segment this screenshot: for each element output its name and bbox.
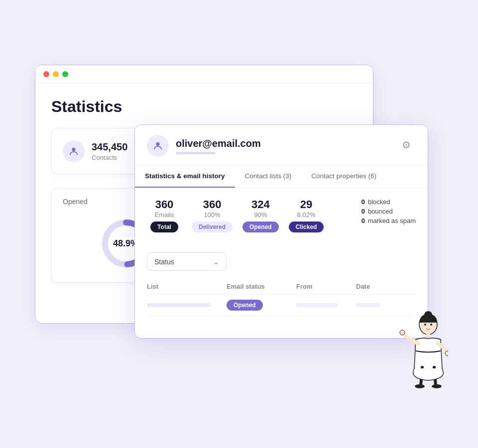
spam-number: 0: [361, 217, 365, 224]
table-header: List Email status From Date: [147, 279, 416, 295]
svg-point-14: [415, 384, 425, 388]
svg-point-6: [156, 142, 159, 146]
table-cell-date: [356, 303, 396, 307]
chevron-down-icon: ⌄: [213, 257, 219, 266]
character-illustration: [388, 309, 448, 388]
stat-delivered: 360 100% Delivered: [192, 198, 233, 232]
contacts-number: 345,450: [92, 141, 127, 153]
delivered-number-2: 360: [203, 198, 222, 211]
email-stats-row: 360 Emails Total 360 100% Delivered 324 …: [147, 198, 416, 232]
svg-point-0: [72, 147, 75, 151]
contact-email: oliver@email.com: [176, 138, 261, 149]
list-placeholder: [147, 303, 211, 307]
clicked-badge[interactable]: Clicked: [289, 222, 324, 232]
total-number: 360: [155, 198, 174, 211]
contact-avatar: [147, 135, 169, 157]
svg-point-9: [424, 324, 426, 326]
maximize-dot[interactable]: [62, 71, 68, 77]
person-icon: [63, 140, 85, 162]
bounced-label: bounced: [368, 208, 393, 215]
status-filter-section: Status ⌄: [147, 252, 416, 271]
contact-detail-window: oliver@email.com ⚙ Statistics & email hi…: [134, 124, 428, 338]
opened-number: 324: [251, 198, 270, 211]
delivered-percent: 100%: [204, 211, 220, 219]
clicked-number: 29: [300, 198, 312, 211]
opened-badge[interactable]: Opened: [242, 222, 279, 232]
blocked-number: 0: [361, 198, 365, 206]
email-stats-section: 360 Emails Total 360 100% Delivered 324 …: [135, 188, 428, 252]
status-label: Status: [154, 258, 174, 266]
spam-label: marked as spam: [368, 217, 416, 224]
table-cell-from: [296, 303, 356, 307]
date-placeholder: [356, 303, 380, 307]
titlebar: [35, 65, 373, 84]
stat-card-contacts: 345,450 Contacts: [51, 128, 142, 174]
table-cell-status: Opened: [227, 300, 296, 311]
stat-clicked: 29 8.02% Clicked: [289, 198, 324, 232]
contact-info: oliver@email.com: [147, 135, 261, 157]
scene: Statistics 345,450 Contacts: [35, 45, 443, 403]
col-header-from: From: [296, 283, 356, 290]
from-placeholder: [296, 303, 338, 307]
bounced-stat: 0 bounced: [361, 208, 416, 215]
blocked-label: blocked: [368, 198, 390, 206]
svg-point-15: [432, 384, 442, 388]
status-dropdown[interactable]: Status ⌄: [147, 252, 227, 271]
contact-subtitle-bar: [176, 152, 216, 154]
email-history-table: List Email status From Date Opened: [147, 279, 416, 316]
svg-point-13: [445, 351, 448, 356]
tab-contact-properties[interactable]: Contact properties (6): [301, 165, 386, 188]
clicked-percent: 8.02%: [297, 211, 316, 219]
total-badge[interactable]: Total: [150, 222, 178, 232]
opened-percent: 90%: [254, 211, 267, 219]
status-opened-badge: Opened: [227, 300, 263, 311]
side-stats: 0 blocked 0 bounced 0 marked as spam: [361, 198, 416, 232]
bounced-number: 0: [361, 208, 365, 215]
col-header-date: Date: [356, 283, 396, 290]
tab-statistics-email-history[interactable]: Statistics & email history: [135, 165, 235, 188]
settings-icon[interactable]: ⚙: [402, 139, 416, 153]
table-row: Opened: [147, 295, 416, 316]
close-dot[interactable]: [43, 71, 49, 77]
col-header-status: Email status: [227, 283, 296, 290]
col-header-list: List: [147, 283, 227, 290]
blocked-stat: 0 blocked: [361, 198, 416, 206]
svg-point-8: [424, 311, 432, 319]
contacts-label: Contacts: [92, 154, 127, 161]
svg-point-12: [400, 330, 405, 335]
table-cell-list: [147, 303, 227, 307]
character-svg: [388, 309, 448, 388]
svg-rect-11: [426, 334, 430, 338]
delivered-badge[interactable]: Delivered: [192, 222, 233, 232]
spam-stat: 0 marked as spam: [361, 217, 416, 224]
tab-contact-lists[interactable]: Contact lists (3): [235, 165, 302, 188]
page-title: Statistics: [51, 98, 357, 116]
stat-total: 360 Emails Total: [147, 198, 182, 232]
contact-header: oliver@email.com ⚙: [135, 125, 428, 165]
total-label: Emails: [154, 211, 174, 219]
minimize-dot[interactable]: [53, 71, 59, 77]
stat-opened: 324 90% Opened: [242, 198, 279, 232]
svg-point-10: [430, 324, 432, 326]
tabs-row: Statistics & email history Contact lists…: [135, 165, 428, 188]
